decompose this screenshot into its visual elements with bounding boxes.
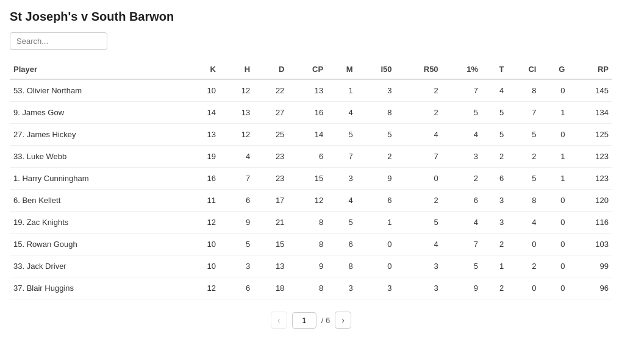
col-header-d: D — [254, 60, 288, 79]
cell-m: 3 — [327, 168, 356, 190]
page-total-label: / 6 — [321, 316, 330, 325]
cell-k: 14 — [185, 102, 220, 124]
col-header-m: M — [327, 60, 356, 79]
cell-h: 13 — [220, 102, 254, 124]
cell-i50: 5 — [357, 124, 396, 146]
page-title: St Joseph's v South Barwon — [10, 10, 612, 24]
cell-cl: 5 — [507, 168, 540, 190]
cell-i50: 0 — [357, 255, 396, 277]
cell-m: 6 — [327, 234, 356, 255]
cell-m: 5 — [327, 212, 356, 234]
cell-cl: 2 — [507, 255, 540, 277]
cell-r50: 4 — [395, 234, 441, 255]
cell-t: 5 — [482, 124, 507, 146]
cell-d: 22 — [254, 79, 288, 102]
cell-m: 8 — [327, 255, 356, 277]
table-row: 53. Olivier Northam101222131327480145 — [10, 79, 612, 102]
cell-h: 12 — [220, 79, 254, 102]
cell-k: 13 — [185, 124, 220, 146]
cell-t: 6 — [482, 168, 507, 190]
cell-cp: 15 — [288, 168, 327, 190]
cell-rp: 99 — [568, 255, 612, 277]
cell-pct1: 4 — [442, 124, 482, 146]
cell-cp: 9 — [288, 255, 327, 277]
col-header-r50: R50 — [395, 60, 441, 79]
cell-g: 0 — [540, 277, 568, 299]
col-header-player: Player — [10, 60, 185, 79]
cell-h: 7 — [220, 168, 254, 190]
search-input[interactable] — [10, 32, 107, 50]
cell-cl: 5 — [507, 124, 540, 146]
cell-h: 5 — [220, 234, 254, 255]
cell-t: 5 — [482, 102, 507, 124]
cell-r50: 5 — [395, 212, 441, 234]
cell-r50: 0 — [395, 168, 441, 190]
cell-g: 0 — [540, 255, 568, 277]
cell-h: 9 — [220, 212, 254, 234]
cell-pct1: 5 — [442, 255, 482, 277]
cell-cp: 16 — [288, 102, 327, 124]
cell-r50: 2 — [395, 102, 441, 124]
cell-d: 13 — [254, 255, 288, 277]
cell-rp: 123 — [568, 168, 612, 190]
cell-d: 27 — [254, 102, 288, 124]
cell-player: 33. Luke Webb — [10, 146, 185, 168]
cell-rp: 134 — [568, 102, 612, 124]
cell-cp: 8 — [288, 212, 327, 234]
cell-r50: 3 — [395, 277, 441, 299]
prev-page-button[interactable]: ‹ — [271, 312, 287, 329]
cell-cl: 8 — [507, 79, 540, 102]
cell-m: 5 — [327, 124, 356, 146]
cell-k: 10 — [185, 79, 220, 102]
table-row: 1. Harry Cunningham16723153902651123 — [10, 168, 612, 190]
table-row: 37. Blair Huggins126188333920096 — [10, 277, 612, 299]
cell-k: 10 — [185, 255, 220, 277]
cell-k: 10 — [185, 234, 220, 255]
cell-d: 15 — [254, 234, 288, 255]
cell-pct1: 7 — [442, 234, 482, 255]
cell-i50: 6 — [357, 190, 396, 212]
next-page-button[interactable]: › — [335, 312, 351, 329]
cell-i50: 1 — [357, 212, 396, 234]
col-header-h: H — [220, 60, 254, 79]
col-header-rp: RP — [568, 60, 612, 79]
cell-k: 11 — [185, 190, 220, 212]
col-header-g: G — [540, 60, 568, 79]
cell-pct1: 5 — [442, 102, 482, 124]
cell-d: 21 — [254, 212, 288, 234]
cell-cp: 8 — [288, 277, 327, 299]
cell-cp: 13 — [288, 79, 327, 102]
cell-pct1: 6 — [442, 190, 482, 212]
cell-rp: 96 — [568, 277, 612, 299]
cell-r50: 2 — [395, 190, 441, 212]
col-header-pct1: 1% — [442, 60, 482, 79]
cell-rp: 116 — [568, 212, 612, 234]
cell-player: 53. Olivier Northam — [10, 79, 185, 102]
cell-cl: 0 — [507, 277, 540, 299]
cell-player: 27. James Hickey — [10, 124, 185, 146]
cell-r50: 7 — [395, 146, 441, 168]
cell-pct1: 9 — [442, 277, 482, 299]
cell-player: 6. Ben Kellett — [10, 190, 185, 212]
cell-pct1: 7 — [442, 79, 482, 102]
cell-pct1: 3 — [442, 146, 482, 168]
page-number-input[interactable] — [292, 312, 316, 329]
cell-pct1: 2 — [442, 168, 482, 190]
cell-player: 33. Jack Driver — [10, 255, 185, 277]
table-row: 33. Luke Webb1942367273221123 — [10, 146, 612, 168]
cell-cp: 6 — [288, 146, 327, 168]
table-header-row: Player K H D CP M I50 R50 1% T Cl G RP — [10, 60, 612, 79]
col-header-cp: CP — [288, 60, 327, 79]
col-header-i50: I50 — [357, 60, 396, 79]
table-row: 6. Ben Kellett11617124626380120 — [10, 190, 612, 212]
cell-t: 2 — [482, 234, 507, 255]
cell-i50: 9 — [357, 168, 396, 190]
cell-g: 0 — [540, 79, 568, 102]
cell-d: 23 — [254, 168, 288, 190]
cell-k: 12 — [185, 212, 220, 234]
pagination: ‹ / 6 › — [10, 312, 612, 329]
table-row: 19. Zac Knights1292185154340116 — [10, 212, 612, 234]
cell-cl: 2 — [507, 146, 540, 168]
cell-cl: 8 — [507, 190, 540, 212]
col-header-k: K — [185, 60, 220, 79]
